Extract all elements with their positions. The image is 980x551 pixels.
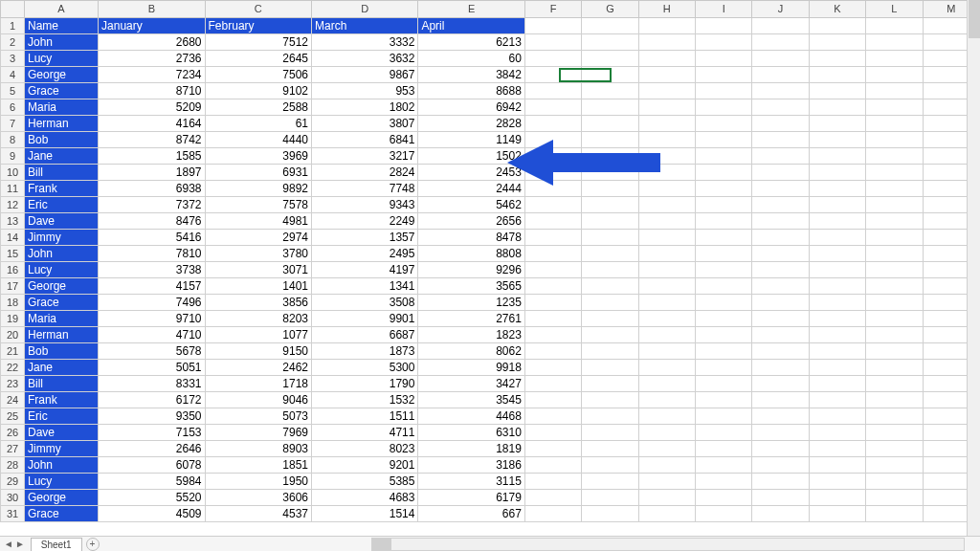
cell[interactable]	[582, 490, 638, 506]
cell[interactable]	[752, 457, 809, 474]
cell[interactable]	[638, 278, 695, 295]
data-cell[interactable]: 9102	[205, 83, 311, 99]
cell[interactable]	[809, 441, 865, 457]
name-cell[interactable]: Eric	[25, 197, 99, 213]
cell[interactable]	[866, 490, 923, 506]
cell[interactable]	[582, 506, 638, 522]
column-header-J[interactable]: J	[752, 1, 809, 18]
data-cell[interactable]: 9350	[99, 408, 205, 425]
data-cell[interactable]: 4981	[205, 213, 311, 230]
cell[interactable]	[638, 246, 695, 262]
cell[interactable]	[582, 408, 638, 425]
row-header[interactable]: 29	[1, 474, 25, 490]
cell[interactable]	[752, 197, 809, 213]
data-cell[interactable]: 3842	[418, 67, 524, 83]
header-month[interactable]: February	[205, 18, 311, 34]
cell[interactable]	[696, 343, 752, 360]
data-cell[interactable]: 3780	[205, 246, 311, 262]
column-header-L[interactable]: L	[866, 1, 923, 18]
row-header[interactable]: 5	[1, 83, 25, 99]
name-cell[interactable]: Frank	[25, 181, 99, 197]
cell[interactable]	[809, 34, 865, 51]
cell[interactable]	[524, 132, 581, 148]
data-cell[interactable]: 6213	[418, 34, 524, 51]
row-header[interactable]: 26	[1, 425, 25, 441]
cell[interactable]	[524, 197, 581, 213]
data-cell[interactable]: 1514	[311, 506, 417, 522]
cell[interactable]	[638, 165, 695, 181]
data-cell[interactable]: 6687	[311, 327, 417, 343]
cell[interactable]	[752, 490, 809, 506]
row-header[interactable]: 18	[1, 295, 25, 311]
cell[interactable]	[696, 490, 752, 506]
tab-nav-prev-icon[interactable]: ◄	[4, 539, 13, 549]
cell[interactable]	[696, 425, 752, 441]
cell[interactable]	[582, 34, 638, 51]
data-cell[interactable]: 667	[418, 506, 524, 522]
cell[interactable]	[752, 360, 809, 376]
cell[interactable]	[582, 262, 638, 278]
cell[interactable]	[696, 67, 752, 83]
cell[interactable]	[696, 197, 752, 213]
data-cell[interactable]: 2453	[418, 165, 524, 181]
cell[interactable]	[582, 181, 638, 197]
data-cell[interactable]: 9201	[311, 457, 417, 474]
row-header[interactable]: 14	[1, 230, 25, 246]
cell[interactable]	[809, 67, 865, 83]
cell[interactable]	[866, 343, 923, 360]
cell[interactable]	[809, 408, 865, 425]
cell[interactable]	[582, 376, 638, 392]
data-cell[interactable]: 3217	[311, 148, 417, 165]
row-header[interactable]: 4	[1, 67, 25, 83]
row-header[interactable]: 6	[1, 99, 25, 116]
data-cell[interactable]: 7969	[205, 425, 311, 441]
cell[interactable]	[809, 278, 865, 295]
cell[interactable]	[752, 148, 809, 165]
data-cell[interactable]: 1790	[311, 376, 417, 392]
cell[interactable]	[752, 51, 809, 67]
cell[interactable]	[696, 246, 752, 262]
row-header[interactable]: 11	[1, 181, 25, 197]
cell[interactable]	[752, 83, 809, 99]
name-cell[interactable]: Grace	[25, 295, 99, 311]
cell[interactable]	[752, 441, 809, 457]
data-cell[interactable]: 3071	[205, 262, 311, 278]
row-header[interactable]: 31	[1, 506, 25, 522]
cell[interactable]	[638, 197, 695, 213]
cell[interactable]	[696, 360, 752, 376]
row-header[interactable]: 24	[1, 392, 25, 408]
cell[interactable]	[524, 490, 581, 506]
horizontal-scrollbar-thumb[interactable]	[372, 539, 391, 550]
cell[interactable]	[696, 295, 752, 311]
name-cell[interactable]: Bob	[25, 132, 99, 148]
row-header[interactable]: 2	[1, 34, 25, 51]
data-cell[interactable]: 6942	[418, 99, 524, 116]
cell[interactable]	[524, 181, 581, 197]
cell[interactable]	[524, 392, 581, 408]
tab-nav-next-icon[interactable]: ►	[15, 539, 25, 549]
column-header-B[interactable]: B	[99, 1, 205, 18]
data-cell[interactable]: 9343	[311, 197, 417, 213]
cell[interactable]	[638, 311, 695, 327]
data-cell[interactable]: 9046	[205, 392, 311, 408]
cell[interactable]	[582, 116, 638, 132]
data-cell[interactable]: 1873	[311, 343, 417, 360]
cell[interactable]	[809, 230, 865, 246]
cell[interactable]	[752, 262, 809, 278]
cell[interactable]	[524, 18, 581, 34]
cell[interactable]	[752, 408, 809, 425]
data-cell[interactable]: 6310	[418, 425, 524, 441]
cell[interactable]	[582, 230, 638, 246]
data-cell[interactable]: 1851	[205, 457, 311, 474]
cell[interactable]	[809, 343, 865, 360]
name-cell[interactable]: Lucy	[25, 51, 99, 67]
cell[interactable]	[866, 425, 923, 441]
header-month[interactable]: January	[99, 18, 205, 34]
data-cell[interactable]: 6172	[99, 392, 205, 408]
data-cell[interactable]: 8331	[99, 376, 205, 392]
cell[interactable]	[582, 278, 638, 295]
data-cell[interactable]: 6938	[99, 181, 205, 197]
cell[interactable]	[866, 132, 923, 148]
cell[interactable]	[582, 18, 638, 34]
cell[interactable]	[638, 408, 695, 425]
